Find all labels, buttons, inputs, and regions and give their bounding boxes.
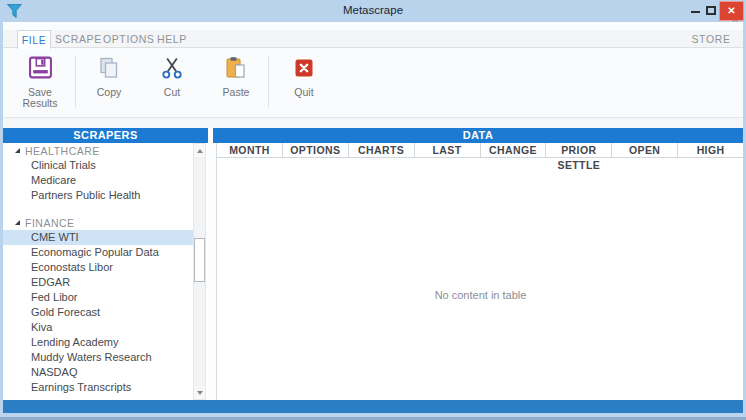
quit-button[interactable]: Quit — [275, 56, 333, 110]
tree-group-label: FINANCE — [25, 217, 75, 229]
spacer-strip — [3, 118, 743, 128]
tree-item-lending-academy[interactable]: Lending Academy — [3, 335, 193, 350]
tree-item-muddy-waters-research[interactable]: Muddy Waters Research — [3, 350, 193, 365]
content-frame: FILE SCRAPE OPTIONS HELP STORE Save Resu… — [3, 22, 743, 413]
window-title: Metascrape — [0, 4, 746, 16]
status-bar — [3, 400, 743, 413]
ribbon-separator — [75, 56, 76, 108]
column-header-last[interactable]: LAST — [415, 143, 481, 157]
tree-item-economagic-popular-data[interactable]: Economagic Popular Data — [3, 245, 193, 260]
maximize-icon[interactable] — [706, 6, 716, 15]
save-results-button[interactable]: Save Results — [11, 56, 69, 110]
ribbon: Save Results Copy — [3, 48, 743, 118]
ribbon-button-label: Save Results — [11, 87, 69, 109]
scrapers-tree: HEALTHCARE Clinical Trials Medicare Part… — [3, 143, 193, 400]
tree-item-clinical-trials[interactable]: Clinical Trials — [3, 158, 193, 173]
column-header-prior-settle[interactable]: PRIOR SETTLE — [546, 143, 612, 157]
tree-group-finance[interactable]: FINANCE — [3, 215, 193, 230]
tree-group-label: HEALTHCARE — [25, 145, 100, 157]
expander-icon[interactable] — [15, 220, 20, 225]
tree-item-econostats-libor[interactable]: Econostats Libor — [3, 260, 193, 275]
ribbon-button-label: Cut — [143, 87, 201, 98]
quit-icon — [275, 56, 333, 84]
tab-store[interactable]: STORE — [687, 30, 735, 48]
tree-item-medicare[interactable]: Medicare — [3, 173, 193, 188]
ribbon-button-label: Paste — [207, 87, 265, 98]
title-bar[interactable]: Metascrape ✕ — [0, 0, 746, 22]
tree-item-kiva[interactable]: Kiva — [3, 320, 193, 335]
column-header-change[interactable]: CHANGE — [481, 143, 547, 157]
tab-scrape[interactable]: SCRAPE — [55, 30, 101, 48]
tree-item-edgar[interactable]: EDGAR — [3, 275, 193, 290]
tree-item-fed-libor[interactable]: Fed Libor — [3, 290, 193, 305]
tab-options[interactable]: OPTIONS — [103, 30, 153, 48]
tab-help[interactable]: HELP — [153, 30, 191, 48]
column-header-month[interactable]: MONTH — [217, 143, 283, 157]
paste-button[interactable]: Paste — [207, 56, 265, 110]
tree-scrollbar[interactable] — [193, 143, 206, 400]
copy-button[interactable]: Copy — [80, 56, 138, 110]
column-header-charts[interactable]: CHARTS — [349, 143, 415, 157]
paste-icon — [207, 56, 265, 84]
tree-gap — [3, 203, 193, 215]
ribbon-button-label: Quit — [275, 87, 333, 98]
data-table: MONTH OPTIONS CHARTS LAST CHANGE PRIOR S… — [216, 143, 743, 400]
ribbon-tab-row: FILE SCRAPE OPTIONS HELP STORE — [3, 30, 743, 48]
column-header-open[interactable]: OPEN — [612, 143, 678, 157]
ribbon-button-label: Copy — [80, 87, 138, 98]
column-header-high[interactable]: HIGH — [678, 143, 743, 157]
expander-icon[interactable] — [15, 148, 20, 153]
app-window: Metascrape ✕ ⚙ ? FILE SCRAPE OPTIONS HEL… — [0, 0, 746, 420]
column-header-options[interactable]: OPTIONS — [283, 143, 349, 157]
scroll-down-icon[interactable] — [194, 386, 205, 399]
scrapers-panel-header: SCRAPERS — [3, 128, 208, 143]
ribbon-separator — [268, 56, 269, 108]
minimize-icon[interactable] — [691, 11, 700, 13]
table-header-row: MONTH OPTIONS CHARTS LAST CHANGE PRIOR S… — [217, 143, 743, 158]
tree-item-partners-public-health[interactable]: Partners Public Health — [3, 188, 193, 203]
tab-file[interactable]: FILE — [17, 30, 51, 49]
cut-icon — [143, 56, 201, 84]
scrollbar-thumb[interactable] — [194, 238, 205, 282]
cut-button[interactable]: Cut — [143, 56, 201, 110]
tree-item-cme-wti[interactable]: CME WTI — [3, 230, 193, 245]
tree-item-earnings-transcripts[interactable]: Earnings Transcripts — [3, 380, 193, 395]
scroll-up-icon[interactable] — [194, 144, 205, 157]
copy-icon — [80, 56, 138, 84]
save-icon — [11, 56, 69, 84]
data-panel-header: DATA — [213, 128, 743, 143]
tree-item-nasdaq[interactable]: NASDAQ — [3, 365, 193, 380]
tree-item-gold-forecast[interactable]: Gold Forecast — [3, 305, 193, 320]
tree-group-healthcare[interactable]: HEALTHCARE — [3, 143, 193, 158]
empty-table-message: No content in table — [217, 289, 744, 301]
